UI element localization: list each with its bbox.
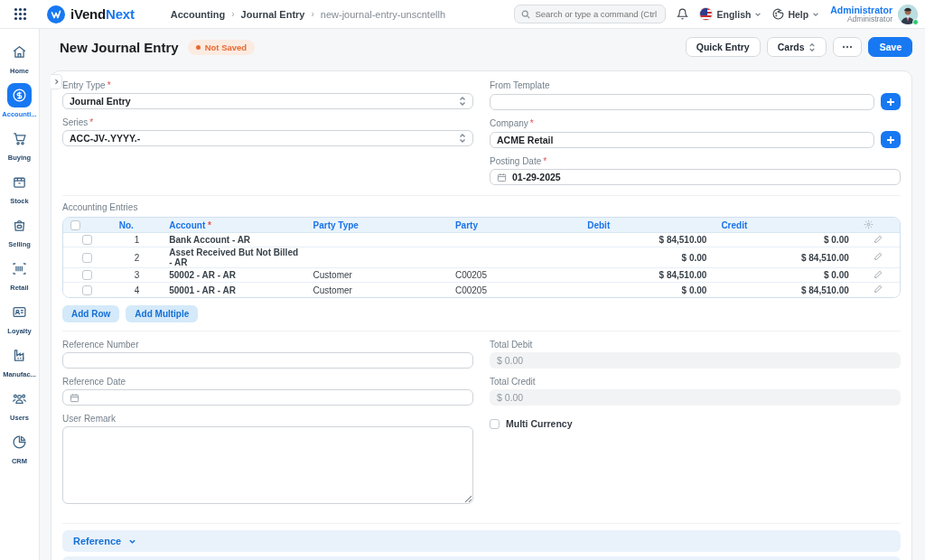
col-settings[interactable]: [856, 218, 900, 233]
table-row[interactable]: 1 Bank Account - AR $ 84,510.00 $ 0.00: [63, 233, 900, 247]
section-printing-settings[interactable]: Printing Settings: [62, 556, 901, 560]
edit-row-icon[interactable]: [874, 270, 883, 279]
row-account[interactable]: Asset Received But Not Billed - AR: [162, 247, 305, 268]
breadcrumb-accounting[interactable]: Accounting: [171, 9, 226, 20]
row-checkbox[interactable]: [82, 253, 92, 263]
table-row[interactable]: 3 50002 - AR - AR Customer C00205 $ 84,5…: [63, 268, 900, 283]
ivendnext-logo[interactable]: iVendNext: [47, 5, 135, 23]
gear-icon[interactable]: [864, 219, 874, 229]
row-credit[interactable]: $ 84,510.00: [714, 283, 855, 297]
row-party[interactable]: [448, 247, 580, 268]
sidebar-item-crm[interactable]: CRM: [0, 430, 40, 465]
expand-sidebar-toggle[interactable]: [51, 74, 62, 89]
app-grid-icon[interactable]: [0, 7, 40, 21]
row-credit[interactable]: $ 84,510.00: [714, 247, 855, 268]
help-menu[interactable]: Help: [772, 8, 819, 20]
row-account[interactable]: Bank Account - AR: [162, 233, 305, 247]
row-account[interactable]: 50002 - AR - AR: [162, 268, 305, 283]
add-row-button[interactable]: Add Row: [62, 305, 119, 322]
sidebar-item-manufacturing[interactable]: Manufac...: [0, 343, 40, 378]
reference-number-text-input[interactable]: [70, 355, 466, 366]
accounting-entries-table: No. Account * Party Type Party Debit Cre…: [62, 217, 901, 298]
breadcrumb-journal-entry[interactable]: Journal Entry: [241, 9, 305, 20]
online-status-dot: [912, 19, 919, 25]
cart-icon: [7, 126, 32, 151]
company-input[interactable]: ACME Retail: [490, 132, 874, 148]
row-party[interactable]: C00205: [448, 283, 580, 297]
row-account[interactable]: 50001 - AR - AR: [162, 283, 305, 297]
section-reference-label: Reference: [73, 536, 121, 546]
section-reference[interactable]: Reference: [62, 530, 901, 552]
save-button[interactable]: Save: [868, 37, 912, 57]
entry-type-select[interactable]: Journal Entry: [62, 93, 473, 109]
sidebar-item-users[interactable]: Users: [0, 387, 40, 422]
cards-dropdown-button[interactable]: Cards: [767, 37, 827, 57]
row-party-type[interactable]: Customer: [306, 283, 448, 297]
global-search[interactable]: [514, 5, 666, 23]
sidebar-item-home[interactable]: Home: [0, 40, 40, 75]
total-credit-value: $ 0.00: [490, 389, 901, 406]
details-left-column: Reference Number Reference Date User Rem…: [62, 340, 473, 516]
sidebar-item-stock[interactable]: Stock: [0, 170, 40, 205]
reference-date-input[interactable]: [62, 389, 473, 406]
row-checkbox[interactable]: [82, 285, 92, 295]
row-no: 4: [112, 283, 163, 297]
factory-icon: [7, 343, 32, 368]
total-debit-field: Total Debit $ 0.00: [490, 340, 901, 369]
edit-row-icon[interactable]: [874, 235, 883, 244]
series-select[interactable]: ACC-JV-.YYYY.-: [62, 130, 473, 146]
avatar[interactable]: [898, 5, 918, 24]
quick-entry-button[interactable]: Quick Entry: [686, 37, 761, 57]
sort-carets-icon: [808, 42, 816, 52]
row-debit[interactable]: $ 84,510.00: [580, 268, 714, 283]
language-selector[interactable]: English: [699, 7, 761, 21]
from-template-input[interactable]: [490, 94, 874, 110]
from-template-text-input[interactable]: [497, 97, 867, 107]
add-company-button[interactable]: [881, 131, 901, 148]
status-text: Not Saved: [205, 42, 247, 52]
sidebar-item-loyalty[interactable]: Loyalty: [0, 300, 40, 335]
row-party[interactable]: C00205: [448, 268, 580, 283]
user-menu[interactable]: Administrator Administrator: [830, 5, 918, 24]
sidebar-label: Buying: [8, 154, 31, 162]
posting-date-input[interactable]: 01-29-2025: [490, 169, 901, 185]
user-remark-textarea[interactable]: [62, 426, 473, 504]
details-section: Reference Number Reference Date User Rem…: [62, 331, 901, 516]
row-debit[interactable]: $ 84,510.00: [580, 233, 714, 247]
collapsible-sections: Reference Printing Settings More Informa…: [62, 523, 901, 560]
table-row[interactable]: 4 50001 - AR - AR Customer C00205 $ 0.00…: [63, 283, 900, 297]
edit-row-icon[interactable]: [874, 285, 883, 294]
sidebar-item-selling[interactable]: Selling: [0, 213, 40, 248]
chevron-right-icon: [53, 79, 60, 85]
sidebar-item-accounting[interactable]: Accounti...: [0, 83, 40, 118]
reference-number-input[interactable]: [62, 352, 473, 369]
multi-currency-checkbox[interactable]: [490, 419, 500, 429]
sidebar-label: Users: [10, 414, 29, 422]
form-left-column: Entry Type* Journal Entry Series* ACC-JV…: [62, 80, 473, 193]
row-party-type[interactable]: [306, 233, 448, 247]
row-credit[interactable]: $ 0.00: [714, 233, 855, 247]
row-credit[interactable]: $ 0.00: [714, 268, 855, 283]
add-template-button[interactable]: [881, 93, 901, 110]
more-options-button[interactable]: [833, 37, 862, 57]
row-party-type[interactable]: [306, 247, 448, 268]
search-input[interactable]: [535, 9, 659, 19]
sidebar-label: Selling: [8, 240, 31, 248]
sidebar-item-retail[interactable]: Retail: [0, 257, 40, 292]
edit-row-icon[interactable]: [874, 252, 883, 261]
sidebar-item-buying[interactable]: Buying: [0, 126, 40, 162]
table-row[interactable]: 2 Asset Received But Not Billed - AR $ 0…: [63, 247, 900, 268]
select-all-checkbox[interactable]: [70, 220, 80, 230]
row-debit[interactable]: $ 0.00: [580, 283, 714, 297]
logo-mark-icon: [47, 5, 65, 23]
row-checkbox[interactable]: [82, 270, 92, 280]
add-multiple-button[interactable]: Add Multiple: [126, 305, 198, 322]
row-debit[interactable]: $ 0.00: [580, 247, 714, 268]
row-party-type[interactable]: Customer: [306, 268, 448, 283]
page-title: New Journal Entry: [60, 40, 179, 55]
notifications-bell-icon[interactable]: [677, 8, 688, 20]
search-icon: [521, 10, 530, 19]
journal-entry-form-card: Entry Type* Journal Entry Series* ACC-JV…: [51, 70, 912, 560]
row-party[interactable]: [448, 233, 580, 247]
row-checkbox[interactable]: [82, 235, 92, 245]
